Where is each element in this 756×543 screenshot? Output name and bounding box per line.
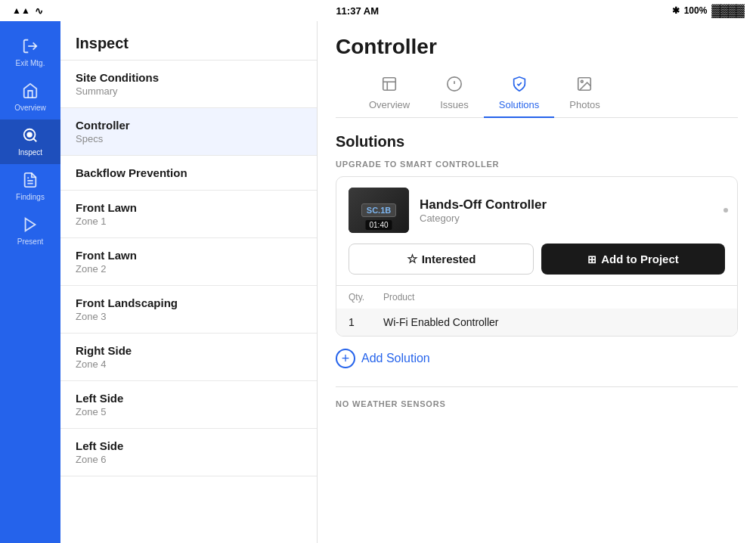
add-to-project-button[interactable]: ⊞ Add to Project (541, 244, 725, 275)
nav-item-left-side-5[interactable]: Left Side Zone 5 (60, 381, 317, 429)
add-solution-button[interactable]: + Add Solution (336, 349, 738, 368)
product-card: SC.1B 01:40 Hands-Off Controller Categor… (336, 176, 738, 337)
nav-item-front-lawn-1[interactable]: Front Lawn Zone 1 (60, 191, 317, 238)
product-info: Hands-Off Controller Category (420, 197, 725, 224)
interested-button[interactable]: ☆ Interested (349, 244, 534, 275)
upgrade-label: UPGRADE TO SMART CONTROLLER (336, 160, 738, 169)
tabs: Overview Issues (336, 70, 738, 118)
nav-item-subtitle: Zone 6 (76, 454, 302, 465)
tab-photos[interactable]: Photos (554, 70, 615, 118)
status-right: ✱ 100% ▓▓▓▓ (672, 4, 744, 17)
tab-overview-label: Overview (369, 99, 410, 110)
wifi-icon: ∿ (35, 5, 43, 17)
nav-item-title: Left Side (76, 392, 302, 405)
tab-issues-label: Issues (440, 99, 469, 110)
product-card-header: SC.1B 01:40 Hands-Off Controller Categor… (336, 177, 737, 244)
svg-marker-6 (26, 219, 36, 231)
nav-item-subtitle: Summary (76, 85, 302, 97)
sidebar-item-overview[interactable]: Overview (0, 75, 60, 119)
thumb-display-text: SC.1B (361, 203, 396, 217)
tab-overview[interactable]: Overview (354, 70, 425, 118)
nav-item-site-conditions[interactable]: Site Conditions Summary (60, 61, 317, 108)
issues-tab-icon (446, 76, 463, 96)
product-category: Category (420, 213, 725, 224)
status-left: ▲▲ ∿ (12, 5, 43, 17)
add-solution-icon: + (336, 349, 355, 368)
table-row: 1 Wi-Fi Enabled Controller (336, 309, 737, 336)
middle-header: Inspect (60, 21, 317, 61)
findings-label: Findings (16, 193, 45, 201)
solutions-tab-icon (511, 76, 528, 96)
nav-item-subtitle: Specs (76, 133, 302, 144)
tab-solutions[interactable]: Solutions (484, 70, 554, 118)
sidebar-item-present[interactable]: Present (0, 209, 60, 253)
table-header: Qty. Product (336, 286, 737, 309)
sidebar-item-findings[interactable]: Findings (0, 164, 60, 209)
nav-item-title: Left Side (76, 439, 302, 452)
svg-point-14 (581, 80, 584, 82)
add-to-project-label: Add to Project (601, 253, 679, 265)
main-layout: Exit Mtg. Overview Inspect (0, 21, 756, 543)
photos-tab-icon (576, 76, 593, 96)
tab-photos-label: Photos (569, 99, 600, 110)
battery-percent: 100% (684, 5, 708, 16)
nav-item-subtitle: Zone 2 (76, 263, 302, 275)
exit-icon (22, 38, 39, 57)
tab-issues[interactable]: Issues (425, 70, 484, 118)
nav-item-title: Right Side (76, 344, 302, 357)
status-bar: ▲▲ ∿ 11:37 AM ✱ 100% ▓▓▓▓ (0, 0, 756, 21)
status-time: 11:37 AM (336, 5, 379, 17)
bluetooth-icon: ✱ (672, 5, 680, 16)
middle-panel: Inspect Site Conditions Summary Controll… (60, 21, 318, 543)
svg-rect-7 (383, 78, 396, 91)
overview-label: Overview (14, 104, 46, 112)
col-header-qty: Qty. (349, 292, 371, 303)
inspect-icon (22, 127, 39, 146)
col-header-product: Product (383, 292, 725, 303)
row-qty: 1 (349, 316, 371, 328)
nav-item-controller[interactable]: Controller Specs (60, 108, 317, 156)
nav-items: Site Conditions Summary Controller Specs… (60, 61, 317, 543)
sidebar-blue: Exit Mtg. Overview Inspect (0, 21, 60, 543)
solutions-section-title: Solutions (336, 133, 738, 150)
nav-item-front-lawn-2[interactable]: Front Lawn Zone 2 (60, 238, 317, 286)
add-icon: ⊞ (587, 253, 596, 265)
star-icon: ☆ (407, 252, 417, 266)
tab-solutions-label: Solutions (499, 99, 539, 110)
add-solution-label: Add Solution (361, 352, 430, 365)
nav-item-subtitle: Zone 5 (76, 406, 302, 417)
svg-point-3 (27, 132, 32, 137)
nav-item-title: Controller (76, 119, 302, 132)
findings-icon (22, 172, 39, 191)
sidebar-item-inspect[interactable]: Inspect (0, 119, 60, 164)
nav-item-left-side-6[interactable]: Left Side Zone 6 (60, 429, 317, 476)
product-thumbnail: SC.1B 01:40 (349, 188, 409, 233)
product-table: Qty. Product 1 Wi-Fi Enabled Controller (336, 285, 737, 336)
home-icon (22, 82, 39, 101)
product-name: Hands-Off Controller (420, 197, 725, 213)
nav-item-title: Front Lawn (76, 249, 302, 262)
present-label: Present (17, 237, 43, 246)
overview-tab-icon (381, 76, 398, 96)
exit-label: Exit Mtg. (16, 59, 45, 67)
interested-label: Interested (422, 253, 476, 265)
nav-item-title: Backflow Prevention (76, 166, 302, 179)
nav-item-subtitle: Zone 3 (76, 311, 302, 322)
svg-line-2 (33, 138, 36, 141)
signal-icon: ▲▲ (12, 5, 30, 16)
page-title: Controller (336, 35, 738, 59)
row-product: Wi-Fi Enabled Controller (383, 316, 725, 328)
nav-item-title: Site Conditions (76, 71, 302, 84)
nav-item-backflow[interactable]: Backflow Prevention (60, 156, 317, 191)
thumb-time: 01:40 (365, 220, 392, 230)
right-panel: Controller Overview (318, 21, 756, 543)
nav-item-right-side[interactable]: Right Side Zone 4 (60, 334, 317, 381)
right-header: Controller Overview (318, 21, 756, 118)
no-weather-label: NO WEATHER SENSORS (336, 386, 738, 408)
nav-item-title: Front Lawn (76, 201, 302, 214)
product-options-dot[interactable] (723, 208, 728, 213)
nav-item-front-landscaping[interactable]: Front Landscaping Zone 3 (60, 286, 317, 334)
inspect-label: Inspect (18, 148, 42, 157)
battery-icon: ▓▓▓▓ (711, 4, 744, 17)
sidebar-item-exit[interactable]: Exit Mtg. (0, 30, 60, 75)
